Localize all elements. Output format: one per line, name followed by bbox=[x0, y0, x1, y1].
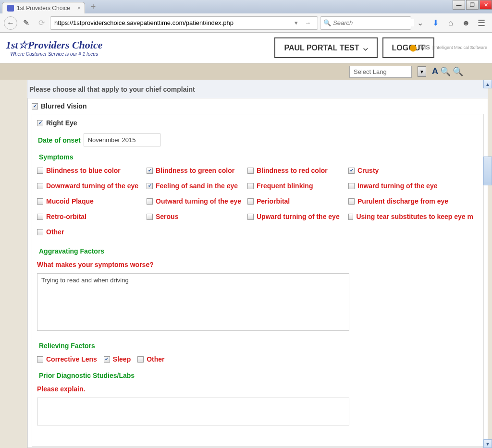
lang-bar: Select Lang ▼ A 🔍 🔍 bbox=[0, 63, 492, 80]
pocket-icon[interactable]: ⌄ bbox=[413, 18, 427, 27]
tab-title: 1st Providers Choice bbox=[17, 5, 70, 12]
identity-icon[interactable]: ✎ bbox=[19, 16, 33, 30]
url-input[interactable] bbox=[54, 19, 291, 26]
relieving-checkbox[interactable] bbox=[104, 356, 110, 363]
blurred-vision-checkbox[interactable] bbox=[32, 103, 38, 109]
symptom-label: Using tear substitutes to keep eye m bbox=[356, 213, 473, 220]
symptom-label: Mucoid Plaque bbox=[46, 197, 94, 205]
symptom-item: Retro-orbital bbox=[37, 213, 147, 220]
symptom-checkbox[interactable] bbox=[348, 214, 353, 220]
scroll-down-button[interactable]: ▼ bbox=[483, 439, 492, 448]
url-dropdown-icon[interactable]: ▾ bbox=[291, 19, 302, 26]
symptom-label: Other bbox=[46, 228, 64, 236]
search-input[interactable] bbox=[333, 19, 414, 26]
symptoms-heading: Symptoms bbox=[39, 153, 479, 161]
close-icon[interactable]: × bbox=[77, 5, 81, 12]
url-bar[interactable]: ▾ → bbox=[50, 16, 318, 30]
date-of-onset-label: Date of onset bbox=[38, 136, 81, 144]
font-tools: A 🔍 🔍 bbox=[432, 66, 463, 77]
symptom-checkbox[interactable] bbox=[348, 183, 355, 189]
symptom-item: Blindness to green color bbox=[147, 167, 247, 174]
symptom-checkbox[interactable] bbox=[348, 168, 355, 174]
symptom-label: Blindness to blue color bbox=[46, 167, 121, 174]
relieving-item: Sleep bbox=[104, 355, 131, 363]
symptom-checkbox[interactable] bbox=[37, 229, 43, 235]
content-wrap: Please choose all that apply to your chi… bbox=[0, 80, 492, 448]
back-button[interactable]: ← bbox=[4, 16, 17, 30]
scroll-thumb[interactable] bbox=[483, 157, 492, 185]
aggravating-textarea[interactable] bbox=[37, 273, 349, 331]
symptom-checkbox[interactable] bbox=[37, 168, 43, 174]
new-tab-button[interactable]: + bbox=[88, 2, 99, 12]
logo-tagline: Where Customer Service is our # 1 focus bbox=[6, 51, 103, 57]
zoom-in-icon[interactable]: 🔍 bbox=[440, 66, 451, 77]
symptom-item: Blindness to blue color bbox=[37, 167, 147, 174]
symptom-checkbox[interactable] bbox=[147, 168, 153, 174]
prior-textarea[interactable] bbox=[37, 398, 349, 425]
relieving-label: Corrective Lens bbox=[46, 355, 97, 363]
symptom-checkbox[interactable] bbox=[37, 183, 43, 189]
symptom-checkbox[interactable] bbox=[247, 214, 254, 220]
font-family-icon[interactable]: A bbox=[432, 66, 438, 77]
symptom-item: Downward turning of the eye bbox=[37, 182, 147, 190]
user-menu-button[interactable]: PAUL PORTAL TEST ⌵ bbox=[274, 37, 377, 58]
scroll-up-button[interactable]: ▲ bbox=[483, 80, 492, 88]
symptom-item: Upward turning of the eye bbox=[247, 213, 348, 220]
search-icon: 🔍 bbox=[323, 19, 331, 26]
date-of-onset-input[interactable] bbox=[84, 133, 160, 146]
symptom-label: Outward turning of the eye bbox=[156, 197, 241, 205]
relieving-checkbox[interactable] bbox=[137, 356, 144, 363]
symptom-checkbox[interactable] bbox=[147, 214, 153, 220]
symptom-checkbox[interactable] bbox=[247, 168, 254, 174]
symptom-item: Purulent discharge from eye bbox=[348, 197, 473, 205]
ims-text: IMS bbox=[419, 44, 430, 51]
browser-tab-strip: 1st Providers Choice × + — ❐ ✕ bbox=[0, 0, 492, 13]
symptom-checkbox[interactable] bbox=[247, 198, 254, 205]
symptom-item: Other bbox=[37, 228, 147, 236]
browser-tab[interactable]: 1st Providers Choice × bbox=[2, 2, 85, 13]
symptom-checkbox[interactable] bbox=[37, 214, 43, 220]
symptom-checkbox[interactable] bbox=[147, 198, 153, 205]
right-eye-checkbox[interactable] bbox=[37, 120, 43, 126]
window-minimize[interactable]: — bbox=[453, 0, 465, 10]
download-icon[interactable]: ⬇ bbox=[429, 18, 442, 27]
home-icon[interactable]: ⌂ bbox=[444, 19, 457, 27]
go-button[interactable]: → bbox=[302, 19, 314, 26]
language-select[interactable]: Select Lang bbox=[349, 66, 412, 78]
symptom-item: Periorbital bbox=[247, 197, 348, 205]
symptoms-grid: Blindness to blue colorBlindness to gree… bbox=[37, 167, 479, 236]
symptom-item: Inward turning of the eye bbox=[348, 182, 473, 190]
search-bar[interactable]: 🔍 bbox=[320, 16, 411, 30]
menu-icon[interactable]: ☰ bbox=[475, 18, 488, 28]
symptom-checkbox[interactable] bbox=[147, 183, 153, 189]
reload-button[interactable]: ⟳ bbox=[35, 16, 48, 30]
symptom-label: Downward turning of the eye bbox=[46, 182, 138, 190]
relieving-checkbox[interactable] bbox=[37, 356, 43, 363]
relieving-label: Other bbox=[147, 355, 164, 363]
relieving-item: Other bbox=[137, 355, 164, 363]
symptom-label: Inward turning of the eye bbox=[357, 182, 437, 190]
chat-icon[interactable]: ☻ bbox=[459, 19, 473, 27]
zoom-out-icon[interactable]: 🔍 bbox=[453, 66, 463, 77]
blurred-vision-section: Blurred Vision Right Eye Date of onset S… bbox=[27, 98, 488, 448]
page-title: Please choose all that apply to your chi… bbox=[27, 85, 488, 98]
symptom-label: Upward turning of the eye bbox=[257, 213, 340, 220]
symptom-label: Feeling of sand in the eye bbox=[156, 182, 238, 190]
symptom-checkbox[interactable] bbox=[348, 198, 355, 205]
language-dropdown-button[interactable]: ▼ bbox=[418, 66, 426, 77]
symptom-item: Blindness to red color bbox=[247, 167, 348, 174]
window-close[interactable]: ✕ bbox=[480, 0, 492, 10]
window-maximize[interactable]: ❐ bbox=[466, 0, 479, 10]
symptom-item: Crusty bbox=[348, 167, 473, 174]
symptom-checkbox[interactable] bbox=[247, 183, 254, 189]
page-header: 1st☆Providers Choice Where Customer Serv… bbox=[0, 33, 492, 63]
symptom-item: Outward turning of the eye bbox=[147, 197, 247, 205]
logo-text: 1st☆Providers Choice bbox=[6, 39, 103, 51]
nav-toolbar: ← ✎ ⟳ ▾ → 🔍 ⌄ ⬇ ⌂ ☻ ☰ bbox=[0, 13, 492, 33]
ims-logo: ⬤ IMS Intelligent Medical Software bbox=[409, 44, 487, 51]
relieving-item: Corrective Lens bbox=[37, 355, 97, 363]
symptom-checkbox[interactable] bbox=[37, 198, 43, 205]
site-logo: 1st☆Providers Choice Where Customer Serv… bbox=[6, 39, 103, 57]
symptom-item: Serous bbox=[147, 213, 247, 220]
symptom-label: Blindness to green color bbox=[156, 167, 234, 174]
